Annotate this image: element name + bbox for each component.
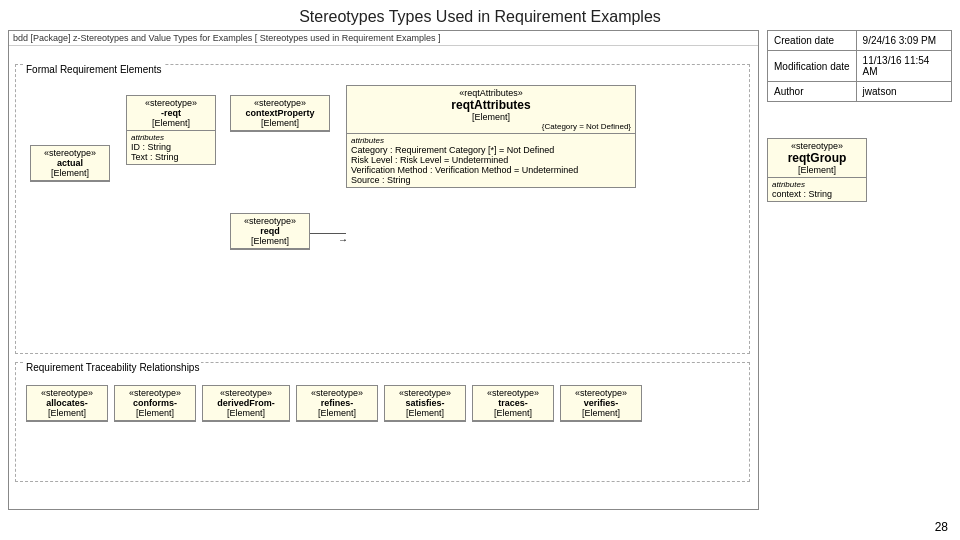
refines-box: «stereotype» refines- [Element] xyxy=(296,385,378,422)
reqtgroup-type: [Element] xyxy=(770,165,864,175)
satisfies-box: «stereotype» satisfies- [Element] xyxy=(384,385,466,422)
allocates-label: «stereotype» xyxy=(29,388,105,398)
traces-label: «stereotype» xyxy=(475,388,551,398)
actual-label: «stereotype» xyxy=(33,148,107,158)
page-title: Stereotypes Types Used in Requirement Ex… xyxy=(0,0,960,30)
reqta-attr-3: Verification Method : Verification Metho… xyxy=(351,165,631,175)
reqtgroup-attrs-label: attributes xyxy=(772,180,862,189)
context-property-box: «stereotype» contextProperty [Element] xyxy=(230,95,330,132)
right-panel: Creation date 9/24/16 3:09 PM Modificati… xyxy=(767,30,952,510)
reqt-attributes-box: «reqtAttributes» reqtAttributes [Element… xyxy=(346,85,743,188)
verifies-type: [Element] xyxy=(563,408,639,418)
reqt-attrs-label: attributes xyxy=(131,133,211,142)
conforms-name: conforms- xyxy=(117,398,193,408)
verifies-box: «stereotype» verifies- [Element] xyxy=(560,385,642,422)
reqta-attr-2: Risk Level : Risk Level = Undetermined xyxy=(351,155,631,165)
verifies-name: verifies- xyxy=(563,398,639,408)
conforms-box: «stereotype» conforms- [Element] xyxy=(114,385,196,422)
reqd-box: «stereotype» reqd [Element] xyxy=(230,213,310,250)
modification-date-label: Modification date xyxy=(768,51,857,82)
author-value: jwatson xyxy=(856,82,951,102)
reqt-label: «stereotype» xyxy=(129,98,213,108)
reqt-attr-1: ID : String xyxy=(131,142,211,152)
actual-box: «stereotype» actual [Element] xyxy=(30,145,110,182)
reqta-name: reqtAttributes xyxy=(349,98,633,112)
reqd-type: [Element] xyxy=(233,236,307,246)
traceability-section-label: Requirement Traceability Relationships xyxy=(24,362,201,373)
reqta-attrs-label: attributes xyxy=(351,136,631,145)
author-row: Author jwatson xyxy=(768,82,952,102)
metadata-table: Creation date 9/24/16 3:09 PM Modificati… xyxy=(767,30,952,102)
reqtgroup-box: «stereotype» reqtGroup [Element] attribu… xyxy=(767,138,867,202)
derivedfrom-box: «stereotype» derivedFrom- [Element] xyxy=(202,385,290,422)
diagram-area: bdd [Package] z-Stereotypes and Value Ty… xyxy=(8,30,759,510)
ctx-label: «stereotype» xyxy=(233,98,327,108)
refines-name: refines- xyxy=(299,398,375,408)
reqtgroup-attr-1: context : String xyxy=(772,189,862,199)
reqtgroup-container: «stereotype» reqtGroup [Element] attribu… xyxy=(767,138,952,202)
reqt-name: -reqt xyxy=(129,108,213,118)
reqta-type: [Element] xyxy=(349,112,633,122)
reqt-type: [Element] xyxy=(129,118,213,128)
actual-type: [Element] xyxy=(33,168,107,178)
traces-name: traces- xyxy=(475,398,551,408)
traces-box: «stereotype» traces- [Element] xyxy=(472,385,554,422)
allocates-box: «stereotype» allocates- [Element] xyxy=(26,385,108,422)
traces-type: [Element] xyxy=(475,408,551,418)
traceability-section: Requirement Traceability Relationships «… xyxy=(15,362,750,482)
reqta-label: «reqtAttributes» xyxy=(349,88,633,98)
conforms-label: «stereotype» xyxy=(117,388,193,398)
satisfies-label: «stereotype» xyxy=(387,388,463,398)
ctx-type: [Element] xyxy=(233,118,327,128)
ctx-name: contextProperty xyxy=(233,108,327,118)
arrow-line: → xyxy=(310,233,346,245)
modification-date-row: Modification date 11/13/16 11:54 AM xyxy=(768,51,952,82)
reqd-name: reqd xyxy=(233,226,307,236)
modification-date-value: 11/13/16 11:54 AM xyxy=(856,51,951,82)
reqtgroup-label: «stereotype» xyxy=(770,141,864,151)
reqta-category-note: {Category = Not Defined} xyxy=(349,122,633,131)
conforms-type: [Element] xyxy=(117,408,193,418)
satisfies-type: [Element] xyxy=(387,408,463,418)
bdd-header: bdd [Package] z-Stereotypes and Value Ty… xyxy=(9,31,758,46)
reqtgroup-name: reqtGroup xyxy=(770,151,864,165)
refines-type: [Element] xyxy=(299,408,375,418)
satisfies-name: satisfies- xyxy=(387,398,463,408)
reqta-attr-1: Category : Requirement Category [*] = No… xyxy=(351,145,631,155)
allocates-name: allocates- xyxy=(29,398,105,408)
refines-label: «stereotype» xyxy=(299,388,375,398)
derivedfrom-label: «stereotype» xyxy=(205,388,287,398)
formal-section-label: Formal Requirement Elements xyxy=(24,64,164,75)
formal-section: Formal Requirement Elements «stereotype»… xyxy=(15,64,750,354)
reqta-attr-4: Source : String xyxy=(351,175,631,185)
creation-date-row: Creation date 9/24/16 3:09 PM xyxy=(768,31,952,51)
reqd-label: «stereotype» xyxy=(233,216,307,226)
creation-date-value: 9/24/16 3:09 PM xyxy=(856,31,951,51)
author-label: Author xyxy=(768,82,857,102)
reqt-attr-2: Text : String xyxy=(131,152,211,162)
derivedfrom-type: [Element] xyxy=(205,408,287,418)
actual-name: actual xyxy=(33,158,107,168)
derivedfrom-name: derivedFrom- xyxy=(205,398,287,408)
allocates-type: [Element] xyxy=(29,408,105,418)
verifies-label: «stereotype» xyxy=(563,388,639,398)
page-number: 28 xyxy=(935,520,948,534)
creation-date-label: Creation date xyxy=(768,31,857,51)
reqt-stereotype-box: «stereotype» -reqt [Element] attributes … xyxy=(126,95,216,165)
